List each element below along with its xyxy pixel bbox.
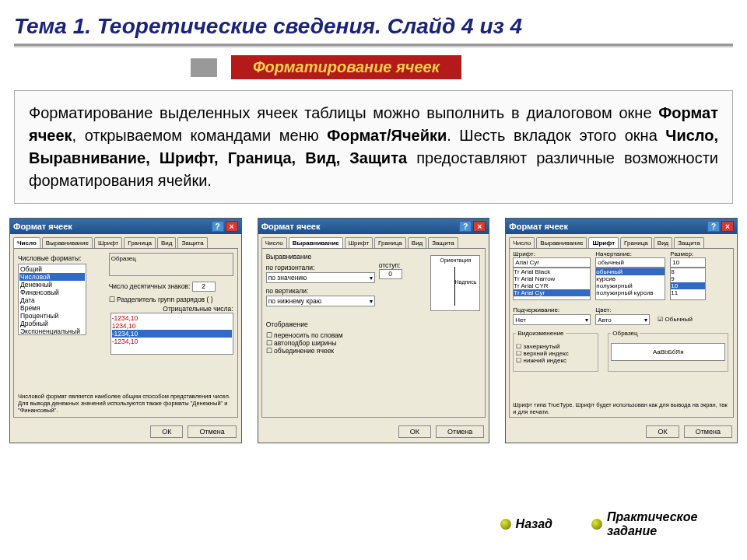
dialog-title: Формат ячеек bbox=[509, 222, 568, 231]
dialog-titlebar[interactable]: Формат ячеек ? × bbox=[506, 219, 737, 234]
tab-view[interactable]: Вид bbox=[654, 237, 672, 248]
list-item[interactable]: -1234,10 bbox=[112, 330, 232, 338]
style-label: Начертание: bbox=[595, 250, 665, 257]
list-item[interactable]: Дробный bbox=[19, 320, 85, 327]
normal-checkbox[interactable]: ☑ Обычный bbox=[658, 316, 693, 323]
list-item[interactable]: -1234,10 bbox=[112, 314, 232, 322]
tab-font[interactable]: Шрифт bbox=[588, 237, 619, 248]
tab-font[interactable]: Шрифт bbox=[345, 237, 373, 248]
categories-list[interactable]: Общий Числовой Денежный Финансовый Дата … bbox=[18, 264, 86, 335]
list-item[interactable]: полужирный курсив bbox=[596, 289, 665, 296]
list-item[interactable]: Tr Arial Narrow bbox=[514, 275, 590, 282]
tab-border[interactable]: Граница bbox=[124, 237, 156, 248]
negatives-list[interactable]: -1234,10 1234,10 -1234,10 -1234,10 bbox=[110, 313, 233, 355]
nav-back[interactable]: Назад bbox=[500, 510, 552, 538]
wrap-checkbox[interactable]: переносить по словам bbox=[266, 331, 482, 339]
dialog-font: Формат ячеек ? × Число Выравнивание Шриф… bbox=[505, 218, 738, 443]
list-item[interactable]: 9 bbox=[671, 275, 705, 282]
list-item[interactable]: Финансовый bbox=[19, 289, 85, 296]
help-icon[interactable]: ? bbox=[212, 221, 224, 232]
orientation-label: Ориентация bbox=[440, 257, 471, 263]
tab-font[interactable]: Шрифт bbox=[94, 237, 122, 248]
tab-border[interactable]: Граница bbox=[620, 237, 652, 248]
font-input[interactable]: Arial Cyr bbox=[513, 257, 591, 268]
tab-border[interactable]: Граница bbox=[374, 237, 406, 248]
list-item[interactable]: 10 bbox=[671, 282, 705, 289]
subscript-checkbox[interactable]: нижний индекс bbox=[516, 357, 595, 364]
decimals-spinner[interactable]: 2 bbox=[192, 282, 216, 292]
vertical-label: по вертикали: bbox=[266, 287, 375, 295]
nav-back-label: Назад bbox=[516, 517, 552, 531]
tab-align[interactable]: Выравнивание bbox=[42, 237, 93, 248]
list-item[interactable]: обычный bbox=[596, 268, 665, 275]
nav-task[interactable]: Практическое задание bbox=[591, 510, 716, 538]
list-item[interactable]: 11 bbox=[671, 289, 705, 296]
strike-checkbox[interactable]: зачеркнутый bbox=[516, 343, 595, 350]
shrink-checkbox[interactable]: автоподбор ширины bbox=[266, 339, 482, 347]
close-icon[interactable]: × bbox=[473, 221, 486, 232]
tab-protect[interactable]: Защита bbox=[177, 237, 207, 248]
list-item[interactable]: курсив bbox=[596, 275, 665, 282]
dialog-titlebar[interactable]: Формат ячеек ? × bbox=[10, 219, 241, 234]
style-list[interactable]: обычный курсив полужирный полужирный кур… bbox=[595, 268, 665, 300]
cancel-button[interactable]: Отмена bbox=[436, 425, 484, 438]
description-paragraph: Форматирование выделенных ячеек таблицы … bbox=[14, 90, 733, 204]
underline-label: Подчеркивание: bbox=[513, 306, 591, 313]
list-item[interactable]: Процентный bbox=[19, 312, 85, 320]
dialog-titlebar[interactable]: Формат ячеек ? × bbox=[258, 219, 489, 234]
size-list[interactable]: 8 9 10 11 bbox=[670, 268, 706, 300]
tab-protect[interactable]: Защита bbox=[428, 237, 458, 248]
list-item[interactable]: Общий bbox=[19, 265, 85, 273]
tab-view[interactable]: Вид bbox=[157, 237, 176, 248]
ok-button[interactable]: ОК bbox=[398, 425, 431, 438]
tab-number[interactable]: Число bbox=[509, 237, 535, 248]
help-icon[interactable]: ? bbox=[707, 221, 720, 232]
ok-button[interactable]: ОК bbox=[150, 425, 183, 438]
cancel-button[interactable]: Отмена bbox=[684, 425, 732, 438]
vertical-select[interactable]: по нижнему краю bbox=[266, 296, 375, 306]
tab-align[interactable]: Выравнивание bbox=[289, 237, 343, 248]
list-item[interactable]: 8 bbox=[671, 268, 705, 275]
effects-label: Видоизменение bbox=[516, 330, 565, 337]
tab-protect[interactable]: Защита bbox=[674, 237, 703, 248]
list-item[interactable]: 1234,10 bbox=[112, 322, 232, 330]
list-item[interactable]: Tr Arial Black bbox=[514, 268, 590, 275]
underline-select[interactable]: Нет bbox=[513, 314, 591, 325]
list-item[interactable]: Tr Arial Cyr bbox=[514, 289, 590, 296]
close-icon[interactable]: × bbox=[721, 221, 734, 232]
close-icon[interactable]: × bbox=[226, 221, 238, 232]
merge-checkbox[interactable]: объединение ячеек bbox=[266, 347, 482, 355]
tab-align[interactable]: Выравнивание bbox=[536, 237, 587, 248]
tab-view[interactable]: Вид bbox=[408, 237, 426, 248]
list-item[interactable]: Время bbox=[19, 304, 85, 312]
cancel-button[interactable]: Отмена bbox=[188, 425, 236, 438]
section-banner: Форматирование ячеек bbox=[231, 55, 461, 79]
horizontal-select[interactable]: по значению bbox=[266, 272, 375, 283]
tab-number[interactable]: Число bbox=[261, 237, 287, 248]
orientation-control[interactable]: Ориентация Надпись bbox=[430, 255, 480, 311]
group-display: Отображение bbox=[266, 320, 482, 328]
list-item[interactable]: Tr Arial CYR bbox=[514, 282, 590, 289]
para-t3: . Шесть вкладок этого окна bbox=[447, 127, 665, 144]
color-select[interactable]: Авто bbox=[595, 314, 650, 325]
list-item[interactable]: Денежный bbox=[19, 281, 85, 289]
tab-number[interactable]: Число bbox=[13, 237, 40, 248]
style-input[interactable]: обычный bbox=[595, 257, 665, 268]
list-item[interactable]: -1234,10 bbox=[112, 338, 232, 345]
horizontal-label: по горизонтали: bbox=[266, 264, 375, 271]
indent-spinner[interactable]: 0 bbox=[379, 269, 402, 279]
list-item[interactable]: Числовой bbox=[19, 273, 85, 281]
sample-label: Образец bbox=[611, 330, 639, 337]
list-item[interactable]: Экспоненциальный bbox=[19, 327, 85, 335]
size-input[interactable]: 10 bbox=[670, 257, 706, 268]
superscript-checkbox[interactable]: верхний индекс bbox=[516, 350, 595, 357]
font-list[interactable]: Tr Arial Black Tr Arial Narrow Tr Arial … bbox=[513, 268, 591, 300]
ok-button[interactable]: ОК bbox=[646, 425, 679, 438]
format-hint: Числовой формат является наиболее общим … bbox=[18, 393, 233, 414]
list-item[interactable]: Дата bbox=[19, 296, 85, 304]
thousands-sep-checkbox[interactable]: Разделитель групп разрядов ( ) bbox=[109, 296, 233, 303]
list-item[interactable]: полужирный bbox=[596, 282, 665, 289]
help-icon[interactable]: ? bbox=[459, 221, 472, 232]
para-b2: Формат/Ячейки bbox=[327, 127, 447, 144]
page-title: Тема 1. Теоретические сведения. Слайд 4 … bbox=[14, 14, 747, 39]
